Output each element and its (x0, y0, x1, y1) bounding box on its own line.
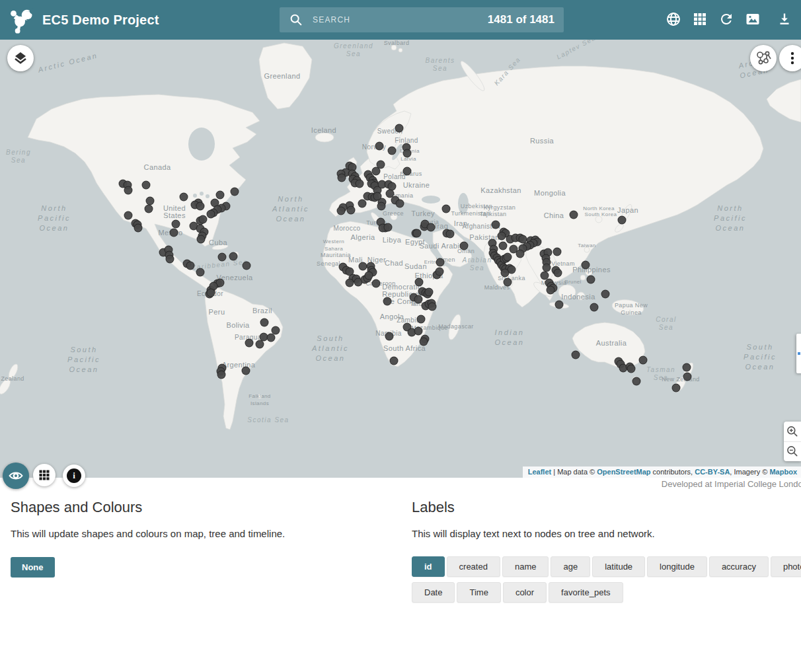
entry-marker[interactable] (124, 186, 133, 195)
entry-marker[interactable] (555, 301, 564, 309)
entry-marker[interactable] (415, 278, 424, 287)
entry-marker[interactable] (196, 268, 205, 277)
entry-marker[interactable] (427, 223, 436, 232)
entry-marker[interactable] (260, 318, 269, 327)
mapbox-link[interactable]: Mapbox (769, 468, 797, 476)
entry-marker[interactable] (553, 248, 562, 256)
preview-toggle-button[interactable] (3, 463, 29, 489)
entry-marker[interactable] (372, 280, 381, 288)
entry-marker[interactable] (207, 210, 215, 219)
entry-marker[interactable] (145, 205, 153, 213)
entry-marker[interactable] (460, 242, 469, 250)
entry-marker[interactable] (618, 216, 627, 225)
openstreetmap-link[interactable]: OpenStreetMap (597, 468, 650, 476)
entry-marker[interactable] (420, 338, 428, 346)
entry-marker[interactable] (267, 334, 276, 342)
entry-marker[interactable] (180, 193, 188, 202)
entry-marker[interactable] (337, 207, 346, 215)
entry-marker[interactable] (582, 261, 590, 270)
grid-view-button[interactable] (33, 464, 56, 486)
entry-marker[interactable] (170, 229, 178, 237)
entry-marker[interactable] (229, 252, 238, 261)
shapes-none-button[interactable]: None (11, 557, 55, 578)
globe-icon[interactable] (665, 11, 682, 28)
entry-marker[interactable] (446, 230, 455, 239)
entry-marker[interactable] (570, 211, 578, 219)
info-button[interactable]: i (63, 465, 85, 487)
label-option-color[interactable]: color (503, 582, 547, 603)
search-bar[interactable]: SEARCH 1481 of 1481 (280, 7, 564, 32)
entry-marker[interactable] (417, 315, 426, 324)
entry-marker[interactable] (124, 211, 133, 220)
map-view[interactable]: North Pacific OceanNorth Atlantic OceanS… (0, 40, 801, 478)
entry-marker[interactable] (146, 197, 155, 205)
entry-marker[interactable] (683, 373, 692, 381)
entry-marker[interactable] (554, 269, 562, 278)
label-option-accuracy[interactable]: accuracy (709, 556, 769, 577)
entry-marker[interactable] (186, 262, 195, 270)
entry-marker[interactable] (207, 289, 215, 297)
entry-marker[interactable] (504, 278, 512, 287)
entry-marker[interactable] (196, 202, 205, 211)
entry-marker[interactable] (384, 223, 393, 232)
zoom-in-button[interactable] (784, 422, 801, 441)
entry-marker[interactable] (672, 384, 681, 392)
label-option-latitude[interactable]: latitude (592, 556, 645, 577)
entry-marker[interactable] (632, 377, 641, 386)
entry-marker[interactable] (414, 327, 423, 336)
network-button[interactable] (750, 45, 777, 71)
zoom-out-button[interactable] (784, 441, 801, 462)
entry-marker[interactable] (627, 365, 636, 373)
layers-button[interactable] (7, 45, 34, 71)
entry-marker[interactable] (587, 276, 595, 284)
entry-marker[interactable] (347, 206, 356, 215)
entry-marker[interactable] (385, 332, 394, 341)
entry-marker[interactable] (414, 295, 423, 304)
entry-marker[interactable] (242, 367, 250, 375)
entry-marker[interactable] (375, 142, 384, 151)
entry-marker[interactable] (256, 340, 264, 349)
label-option-id[interactable]: id (412, 556, 445, 577)
entry-marker[interactable] (499, 242, 508, 250)
entry-marker[interactable] (403, 149, 412, 158)
entry-marker[interactable] (346, 279, 354, 287)
entry-marker[interactable] (403, 167, 412, 176)
entry-marker[interactable] (197, 235, 206, 244)
entry-marker[interactable] (428, 303, 437, 311)
refresh-icon[interactable] (718, 11, 735, 28)
entry-marker[interactable] (395, 124, 404, 133)
label-option-age[interactable]: age (551, 556, 590, 577)
entry-marker[interactable] (639, 356, 648, 365)
entry-marker[interactable] (442, 205, 451, 213)
entry-marker[interactable] (498, 232, 506, 241)
entry-marker[interactable] (413, 229, 422, 238)
entry-marker[interactable] (365, 272, 373, 280)
entry-marker[interactable] (218, 253, 227, 262)
entry-marker[interactable] (134, 224, 143, 233)
entry-marker[interactable] (516, 250, 525, 258)
label-option-longitude[interactable]: longitude (647, 556, 707, 577)
entry-marker[interactable] (216, 191, 225, 200)
entry-marker[interactable] (492, 221, 500, 229)
label-option-favorite_pets[interactable]: favorite_pets (549, 582, 623, 603)
cc-by-sa-link[interactable]: CC-BY-SA (695, 468, 730, 476)
entry-marker[interactable] (217, 371, 226, 379)
overflow-menu-button[interactable] (779, 45, 801, 71)
download-icon[interactable] (776, 11, 793, 28)
label-option-created[interactable]: created (447, 556, 500, 577)
entry-marker[interactable] (199, 215, 208, 224)
entry-marker[interactable] (590, 303, 599, 312)
entry-marker[interactable] (142, 181, 151, 190)
entry-marker[interactable] (338, 174, 346, 182)
entry-marker[interactable] (504, 253, 512, 262)
entry-marker[interactable] (601, 290, 610, 299)
entry-marker[interactable] (390, 357, 399, 365)
entry-marker[interactable] (245, 339, 254, 348)
entry-marker[interactable] (383, 297, 392, 306)
label-option-Time[interactable]: Time (457, 582, 500, 603)
entry-marker[interactable] (243, 262, 251, 270)
entry-marker[interactable] (356, 180, 364, 188)
entry-marker[interactable] (436, 258, 445, 267)
image-icon[interactable] (744, 11, 761, 28)
entry-marker[interactable] (388, 147, 397, 155)
